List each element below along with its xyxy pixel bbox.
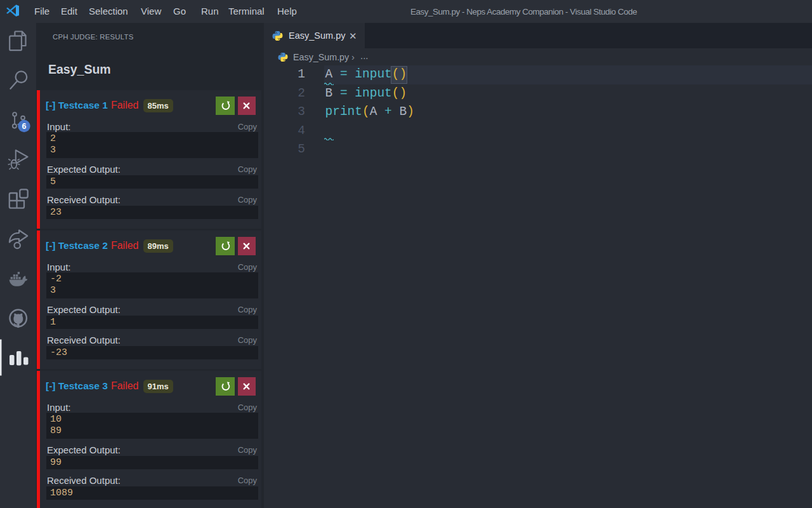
svg-text:6: 6: [22, 122, 27, 131]
